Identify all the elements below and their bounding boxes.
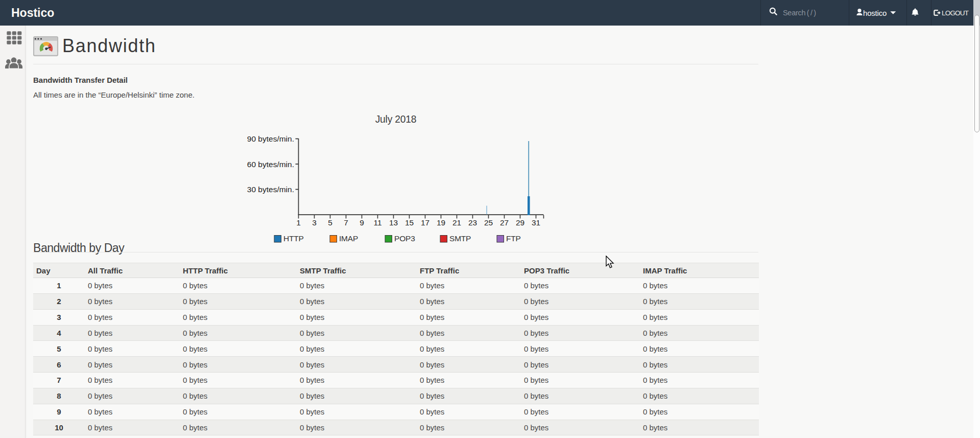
svg-text:30 bytes/min.: 30 bytes/min. xyxy=(247,185,294,194)
svg-text:5: 5 xyxy=(328,218,332,227)
svg-text:13: 13 xyxy=(389,218,398,227)
svg-text:15: 15 xyxy=(405,218,414,227)
svg-text:29: 29 xyxy=(516,218,524,227)
svg-text:7: 7 xyxy=(344,218,348,227)
svg-text:July 2018: July 2018 xyxy=(375,114,417,125)
svg-text:3: 3 xyxy=(312,218,317,227)
svg-text:SMTP: SMTP xyxy=(449,234,471,243)
svg-text:60 bytes/min.: 60 bytes/min. xyxy=(247,160,294,169)
svg-text:19: 19 xyxy=(437,218,445,227)
svg-text:9: 9 xyxy=(360,218,364,227)
svg-text:25: 25 xyxy=(484,218,493,227)
svg-text:31: 31 xyxy=(532,218,540,227)
svg-text:IMAP: IMAP xyxy=(339,234,358,243)
svg-text:23: 23 xyxy=(468,218,477,227)
svg-text:21: 21 xyxy=(452,218,461,227)
svg-text:90 bytes/min.: 90 bytes/min. xyxy=(247,134,294,143)
svg-text:POP3: POP3 xyxy=(394,234,415,243)
svg-text:27: 27 xyxy=(500,218,509,227)
svg-text:FTP: FTP xyxy=(506,234,521,243)
svg-text:17: 17 xyxy=(421,218,429,227)
svg-text:1: 1 xyxy=(296,218,301,227)
svg-text:HTTP: HTTP xyxy=(283,234,304,243)
svg-text:11: 11 xyxy=(373,218,381,227)
